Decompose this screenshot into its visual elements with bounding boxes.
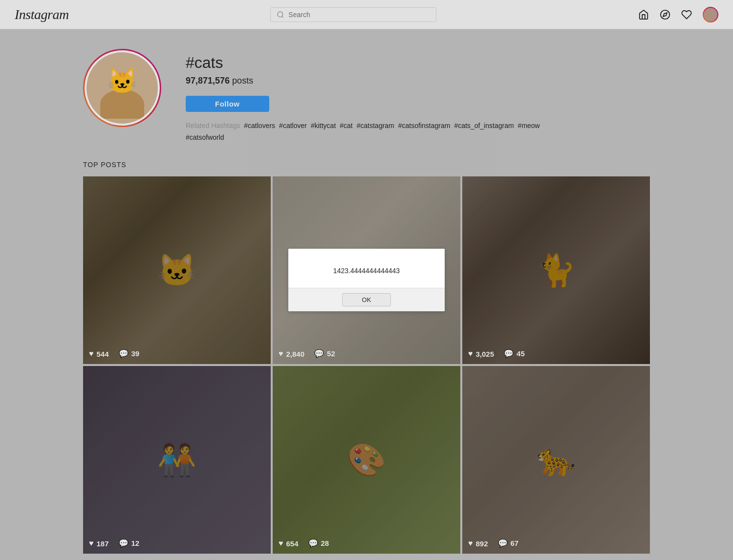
dialog-ok-button[interactable]: OK: [342, 293, 391, 306]
dialog-message: 1423.4444444444443: [333, 267, 400, 275]
dialog-overlay: 1423.4444444444443 OK: [0, 0, 733, 560]
dialog-footer: OK: [288, 288, 445, 311]
alert-dialog: 1423.4444444444443 OK: [288, 249, 445, 311]
dialog-body: 1423.4444444444443: [288, 249, 445, 288]
